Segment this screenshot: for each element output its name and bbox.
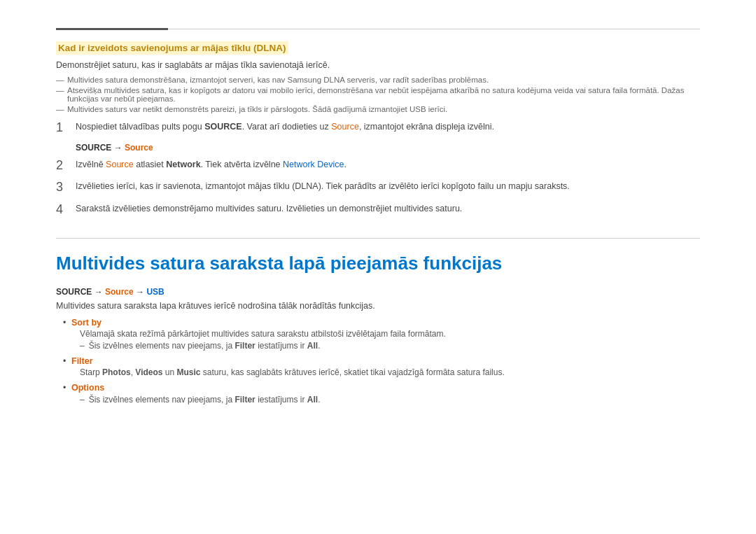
rule-right bbox=[168, 29, 700, 29]
main-title: Multivides satura saraksta lapā pieejamā… bbox=[56, 253, 700, 274]
dlna-section: Kad ir izveidots savienojums ar mājas tī… bbox=[56, 43, 700, 217]
step-2: 2 Izvēlnē Source atlasiet Network. Tiek … bbox=[56, 158, 700, 174]
dlna-bullet-3: Multivides saturs var netikt demonstrēts… bbox=[56, 105, 700, 113]
sort-by-label: Sort by bbox=[71, 318, 102, 328]
section-divider bbox=[56, 238, 700, 239]
dlna-title: Kad ir izveidots savienojums ar mājas tī… bbox=[56, 43, 700, 53]
feature-options: Options Šis izvēlnes elements nav pieeja… bbox=[63, 383, 700, 405]
feature-filter: Filter Starp Photos, Videos un Music sat… bbox=[63, 356, 700, 377]
feature-sort-by: Sort by Vēlamajā skata režīmā pārkārtoji… bbox=[63, 318, 700, 351]
dlna-intro: Demonstrējiet saturu, kas ir saglabāts a… bbox=[56, 60, 700, 70]
options-label: Options bbox=[71, 383, 104, 393]
source-header: SOURCE → Source → USB bbox=[56, 287, 700, 297]
main-section: Multivides satura saraksta lapā pieejamā… bbox=[56, 253, 700, 405]
rule-left bbox=[56, 28, 168, 30]
steps: 1 Nospiediet tālvadības pults pogu SOURC… bbox=[56, 120, 700, 217]
step-1: 1 Nospiediet tālvadības pults pogu SOURC… bbox=[56, 120, 700, 136]
dlna-bullet-2: Atsevišķa multivides satura, kas ir kopī… bbox=[56, 86, 700, 103]
options-sub-1: Šis izvēlnes elements nav pieejams, ja F… bbox=[71, 395, 700, 405]
sort-by-sub-1: Šis izvēlnes elements nav pieejams, ja F… bbox=[71, 341, 700, 351]
feature-list: Sort by Vēlamajā skata režīmā pārkārtoji… bbox=[56, 318, 700, 405]
filter-desc: Starp Photos, Videos un Music saturu, ka… bbox=[71, 367, 700, 377]
feature-intro: Multivides satura saraksta lapa krātuves… bbox=[56, 301, 700, 311]
top-rule bbox=[56, 28, 700, 30]
filter-label: Filter bbox=[71, 356, 93, 366]
page: Kad ir izveidots savienojums ar mājas tī… bbox=[0, 0, 756, 438]
sort-by-desc: Vēlamajā skata režīmā pārkārtojiet multi… bbox=[71, 329, 700, 339]
step-4: 4 Sarakstā izvēlieties demonstrējamo mul… bbox=[56, 202, 700, 218]
step-3: 3 Izvēlieties ierīci, kas ir savienota, … bbox=[56, 180, 700, 195]
dlna-bullet-1: Multivides satura demonstrēšana, izmanto… bbox=[56, 76, 700, 84]
source-arrow-line: SOURCE → Source bbox=[76, 143, 700, 153]
